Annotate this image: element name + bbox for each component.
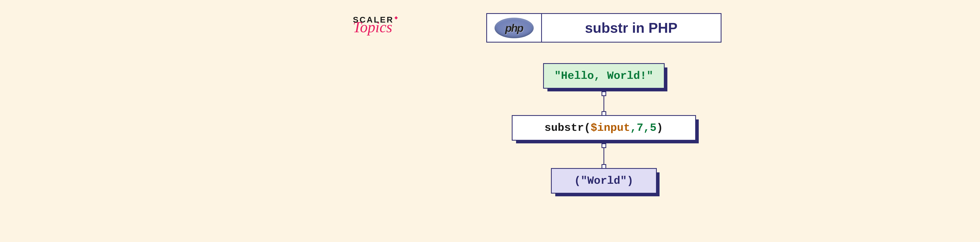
page-title: substr in PHP xyxy=(542,14,721,42)
connector-peg-icon xyxy=(601,91,606,96)
connector-func-to-output xyxy=(603,144,604,168)
function-call-box: substr($input, 7, 5) xyxy=(512,115,696,141)
code-paren-open: ( xyxy=(584,122,591,134)
php-logo-icon: php xyxy=(495,18,534,38)
connector-peg-icon xyxy=(601,143,606,148)
output-result-value: ("World") xyxy=(552,169,656,193)
code-paren-close: ) xyxy=(656,122,663,134)
code-variable: $input xyxy=(590,122,630,134)
code-separator: , xyxy=(643,122,650,134)
code-separator: , xyxy=(630,122,637,134)
code-function-name: substr xyxy=(544,122,584,134)
php-logo-text: php xyxy=(505,22,523,34)
title-bar: php substr in PHP xyxy=(486,13,721,43)
scaler-topics-logo: SCALER Topics xyxy=(353,15,394,33)
function-call-code: substr($input, 7, 5) xyxy=(512,116,695,140)
php-logo-cell: php xyxy=(487,14,542,42)
code-number-arg: 7 xyxy=(637,122,643,134)
connector-input-to-func xyxy=(603,92,604,115)
input-string-box: "Hello, World!" xyxy=(543,63,665,89)
input-string-literal: "Hello, World!" xyxy=(544,64,664,88)
output-result-box: ("World") xyxy=(551,168,657,194)
code-number-arg: 5 xyxy=(650,122,657,134)
diagram-canvas: SCALER Topics php substr in PHP "Hello, … xyxy=(353,13,823,229)
logo-line-1: SCALER xyxy=(353,15,394,24)
